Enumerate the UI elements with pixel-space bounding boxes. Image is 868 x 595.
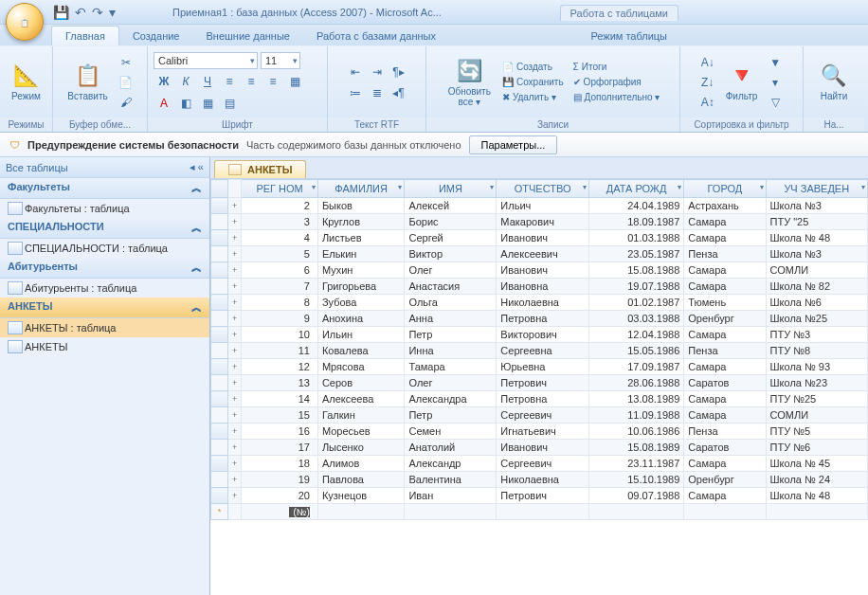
cell[interactable]: Школа №3 [766,198,867,214]
cell[interactable]: 01.02.1987 [588,295,683,311]
expand-button[interactable]: + [228,230,242,246]
align-left-button[interactable]: ≡ [219,72,240,91]
tab-create[interactable]: Создание [119,27,193,45]
cell[interactable]: 8 [242,295,318,311]
align-right-button[interactable]: ≡ [262,72,283,91]
nav-section[interactable]: Факультеты︽ [0,178,209,199]
cell[interactable]: 19.07.1988 [588,279,683,295]
filter-button[interactable]: 🔻 Фильтр [722,61,762,103]
select-all-cell[interactable] [211,180,228,198]
cell[interactable]: Григорьева [317,279,405,295]
cell[interactable]: Ильич [497,198,589,214]
cell[interactable]: 16 [242,424,318,440]
dropdown-icon[interactable]: ▾ [398,183,402,191]
cell[interactable]: Школа № 82 [766,279,867,295]
cell[interactable]: 18.09.1987 [588,214,683,230]
row-selector[interactable] [211,456,228,472]
cell[interactable]: Виктор [405,246,497,262]
grid-color-button[interactable]: ▤ [219,94,240,113]
table-row[interactable]: +20КузнецовИванПетрович09.07.1988СамараШ… [211,488,868,504]
cell[interactable]: Петр [405,327,497,343]
cell[interactable]: Школа № 93 [766,359,867,375]
find-button[interactable]: 🔍 Найти [817,61,852,103]
cell[interactable]: Мухин [317,262,405,279]
cell[interactable]: Павлова [317,472,405,488]
cell[interactable]: 4 [242,230,318,246]
cell[interactable]: Алексей [405,198,497,214]
row-selector[interactable] [211,311,228,327]
underline-button[interactable]: Ч [197,72,218,91]
row-selector[interactable] [211,440,228,456]
cell[interactable]: Школа №23 [766,375,867,391]
expand-button[interactable]: + [228,246,242,262]
new-record-button[interactable]: 📄Создать [500,61,566,73]
cell[interactable]: Пенза [684,246,766,262]
cell[interactable]: Иван [405,488,497,504]
cell[interactable]: 13 [242,375,318,391]
dropdown-icon[interactable]: ▾ [490,183,494,191]
cell[interactable]: 18 [242,456,318,472]
selection-filter-button[interactable]: ▼ [765,53,786,72]
document-tab-ankety[interactable]: АНКЕТЫ [214,160,306,178]
cell[interactable]: Петрович [497,375,589,391]
dropdown-icon[interactable]: ▾ [760,183,764,191]
cell[interactable]: Александр [405,456,497,472]
tab-external-data[interactable]: Внешние данные [193,27,303,45]
row-selector[interactable] [211,472,228,488]
dropdown-icon[interactable]: ▾ [312,183,316,191]
cell[interactable]: Алимов [317,456,405,472]
spelling-button[interactable]: ✔Орфография [571,76,662,88]
new-id-cell[interactable]: (№) [289,507,309,517]
cell[interactable]: Школа №25 [766,311,867,327]
row-selector[interactable] [211,230,228,246]
ltr-button[interactable]: ¶▸ [389,63,409,81]
row-selector[interactable] [211,198,228,214]
table-row[interactable]: +14АлексееваАлександраПетровна13.08.1989… [211,391,868,407]
table-row[interactable]: +13СеровОлегПетрович28.06.1988СаратовШко… [211,375,868,391]
qat-save-icon[interactable]: 💾 [53,5,69,20]
cell[interactable]: Николаевна [497,472,589,488]
cell[interactable]: Ивановна [497,279,589,295]
expand-button[interactable]: + [228,311,242,327]
cell[interactable]: Петр [405,407,497,424]
bold-button[interactable]: Ж [154,72,174,91]
italic-button[interactable]: К [175,72,196,91]
cell[interactable]: 03.03.1988 [588,311,683,327]
nav-section[interactable]: СПЕЦИАЛЬНОСТИ︽ [0,218,209,239]
cell[interactable]: Саратов [684,375,766,391]
expand-button[interactable]: + [228,343,242,359]
cell[interactable]: Петрович [497,488,589,504]
cell[interactable]: 14 [242,391,318,407]
row-selector[interactable] [211,424,228,440]
refresh-all-button[interactable]: 🔄 Обновитьвсе ▾ [444,56,495,109]
tab-home[interactable]: Главная [51,26,119,45]
decrease-indent-button[interactable]: ⇤ [345,63,366,81]
expand-button[interactable]: + [228,198,242,214]
cell[interactable]: Елькин [317,246,405,262]
expand-button[interactable]: + [228,391,242,407]
cell[interactable]: 15.05.1986 [588,343,683,359]
column-header[interactable]: РЕГ НОМ▾ [242,180,318,198]
cell[interactable]: Самара [684,456,766,472]
cell[interactable]: ПТУ №25 [766,391,867,407]
expand-button[interactable]: + [228,472,242,488]
cell[interactable]: Тамара [405,359,497,375]
cell[interactable]: Галкин [317,407,405,424]
cell[interactable]: Юрьевна [497,359,589,375]
dropdown-icon[interactable]: ▾ [861,183,865,191]
cell[interactable]: 11.09.1988 [588,407,683,424]
cell[interactable]: Оренбург [684,472,766,488]
row-selector[interactable] [211,262,228,279]
font-color-button[interactable]: A [154,94,174,113]
cell[interactable]: Анастасия [405,279,497,295]
more-button[interactable]: ▤Дополнительно ▾ [571,91,662,103]
cell[interactable]: 15 [242,407,318,424]
cell[interactable]: Александра [405,391,497,407]
qat-undo-icon[interactable]: ↶ [75,5,86,20]
cell[interactable]: Валентина [405,472,497,488]
cell[interactable]: 10 [242,327,318,343]
cell[interactable]: Ильин [317,327,405,343]
cell[interactable]: 10.06.1986 [588,424,683,440]
datasheet[interactable]: РЕГ НОМ▾ФАМИЛИЯ▾ИМЯ▾ОТЧЕСТВО▾ДАТА РОЖД▾Г… [210,178,868,595]
cell[interactable]: 9 [242,311,318,327]
